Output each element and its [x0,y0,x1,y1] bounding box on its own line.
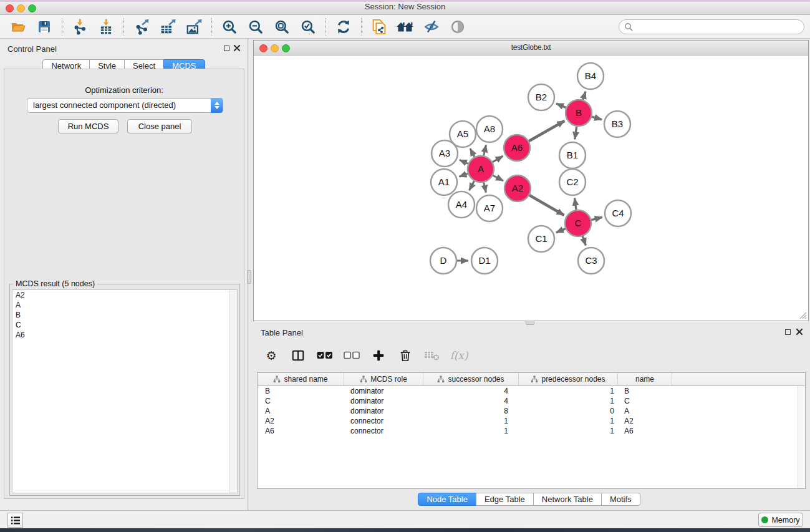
table-cell[interactable]: C [618,396,672,406]
table-cell[interactable]: 1 [519,396,618,406]
toggle-vizmapper-button[interactable] [421,17,442,37]
mcds-result-item[interactable]: A2 [12,290,237,300]
table-cell[interactable]: 1 [519,426,618,436]
edge-C-C1[interactable] [556,229,566,233]
close-panel-icon[interactable] [233,44,241,52]
float-panel-icon[interactable] [224,46,229,51]
create-column-button[interactable] [370,347,387,364]
tab-motifs[interactable]: Motifs [601,493,640,506]
table-row[interactable]: Bdominator41B [258,386,805,396]
table-row[interactable]: Adominator80A [258,406,805,416]
table-cell[interactable]: 4 [423,396,519,406]
close-table-panel-icon[interactable] [796,328,803,336]
edge-A-A1[interactable] [459,173,468,177]
export-network-button[interactable] [131,17,152,37]
import-network-button[interactable] [69,17,90,37]
import-table-button[interactable] [95,17,117,37]
unselect-all-columns-button[interactable] [344,347,360,364]
vertical-splitter-handle[interactable] [247,270,251,284]
task-history-button[interactable] [7,513,23,528]
column-header-predecessor-nodes[interactable]: predecessor nodes [519,373,618,385]
table-cell[interactable]: 1 [519,416,618,426]
edge-A-A4[interactable] [469,181,474,190]
mcds-result-item[interactable]: A6 [12,330,237,340]
table-cell[interactable]: 1 [423,416,519,426]
select-all-columns-button[interactable] [317,347,333,364]
function-builder-button[interactable]: f(x) [451,347,467,364]
table-cell[interactable]: connector [344,426,423,436]
table-cell[interactable]: A [618,406,672,416]
table-settings-button[interactable]: ⚙ [263,347,279,364]
first-neighbors-button[interactable] [395,17,416,37]
search-input[interactable] [633,21,804,32]
delete-table-button[interactable] [424,347,440,364]
table-cell[interactable]: A6 [258,426,344,436]
column-header-successor-nodes[interactable]: successor nodes [423,373,519,385]
optimization-dropdown[interactable]: largest connected component (directed) [27,98,223,113]
table-cell[interactable]: A2 [258,416,344,426]
dropdown-stepper-icon[interactable] [211,98,223,113]
table-cell[interactable]: dominator [344,406,423,416]
show-columns-button[interactable] [290,347,306,364]
resize-grip-icon[interactable] [798,311,807,319]
edge-B-B4[interactable] [583,92,586,100]
float-table-panel-icon[interactable] [785,329,791,335]
edge-A2-C[interactable] [529,195,564,215]
table-cell[interactable]: dominator [344,386,423,396]
mcds-result-item[interactable]: C [12,320,237,330]
edge-B-B1[interactable] [575,127,577,140]
zoom-out-button[interactable] [245,17,266,37]
memory-button[interactable]: Memory [758,513,803,527]
table-cell[interactable]: B [258,386,344,396]
network-canvas[interactable]: AA1A2A3A4A5A6A7A8BB1B2B3B4CC1C2C3C4DD1 [254,56,808,320]
edge-A-A2[interactable] [493,175,503,181]
zoom-in-button[interactable] [219,17,240,37]
edge-C-C3[interactable] [582,236,586,246]
delete-columns-button[interactable] [397,347,413,364]
zoom-fit-button[interactable] [271,17,292,37]
column-header-name[interactable]: name [618,373,672,385]
edge-A6-B[interactable] [529,121,564,141]
table-cell[interactable]: 4 [423,386,519,396]
table-cell[interactable]: A2 [618,416,672,426]
edge-A-A3[interactable] [460,160,468,163]
table-cell[interactable]: connector [344,416,423,426]
mcds-result-item[interactable]: A [12,300,237,310]
table-cell[interactable]: 8 [423,406,519,416]
search-field[interactable] [619,19,804,34]
table-cell[interactable]: B [618,386,672,396]
edge-A-A7[interactable] [484,182,486,192]
open-session-button[interactable] [7,17,29,37]
table-row[interactable]: A6connector11A6 [258,426,805,436]
table-cell[interactable]: 1 [519,386,618,396]
edge-C-C2[interactable] [575,198,577,210]
edge-B-B2[interactable] [556,104,566,108]
table-cell[interactable]: A [258,406,344,416]
clone-network-button[interactable] [369,17,390,37]
run-mcds-button[interactable]: Run MCDS [58,119,118,133]
save-session-button[interactable] [34,17,55,37]
export-table-button[interactable] [157,17,178,37]
refresh-view-button[interactable] [333,17,354,37]
edge-B-B3[interactable] [592,117,602,120]
table-cell[interactable]: A6 [618,426,672,436]
tab-edge-table[interactable]: Edge Table [476,493,534,506]
column-header-shared-name[interactable]: shared name [258,373,344,385]
edge-A-A8[interactable] [484,145,486,155]
edge-A-A5[interactable] [470,148,475,157]
table-scrollbar[interactable] [798,386,805,488]
show-hide-details-button[interactable] [447,17,468,37]
table-cell[interactable]: dominator [344,396,423,406]
mcds-result-item[interactable]: B [12,310,237,320]
zoom-selected-button[interactable] [297,17,319,37]
table-row[interactable]: Cdominator41C [258,396,805,406]
table-cell[interactable]: 1 [423,426,519,436]
tab-network-table[interactable]: Network Table [533,493,602,506]
result-list-scrollbar[interactable] [229,290,237,493]
edge-A-A6[interactable] [493,156,503,162]
close-panel-button[interactable]: Close panel [127,119,192,133]
column-header-MCDS-role[interactable]: MCDS role [344,373,423,385]
mcds-result-list[interactable]: A2ABCA6 [12,289,238,493]
edge-C-C4[interactable] [591,217,602,220]
export-image-button[interactable] [183,17,205,37]
